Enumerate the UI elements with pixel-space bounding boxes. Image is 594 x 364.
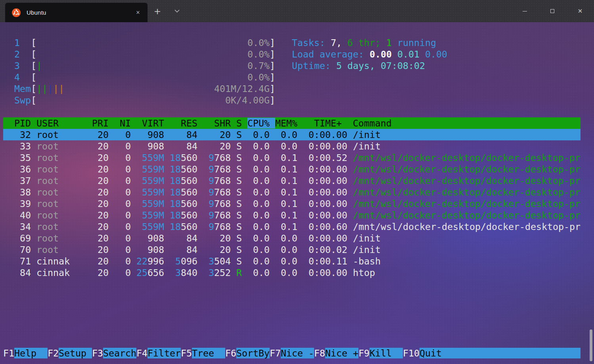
process-row-32[interactable]: 32 root 20 0 908 84 20 S 0.0 0.0 0:00.00… [3, 129, 581, 140]
fkey-F8-label[interactable]: Nice + [325, 348, 358, 358]
fkey-F1[interactable]: F1 [3, 348, 14, 358]
title-bar[interactable]: Ubuntu ✕ + ✕ [0, 0, 594, 22]
terminal-window: Ubuntu ✕ + ✕ 1 [ 0.0%] 2 [ 0.0%] [0, 0, 594, 364]
table-header[interactable]: PID USER PRI NI VIRT RES SHR S CPU% MEM%… [3, 117, 581, 129]
process-row-38[interactable]: 38 root 20 0 559M 18560 9768 S 0.0 0.1 0… [3, 186, 581, 198]
process-row-71[interactable]: 71 cinnak 20 0 22996 5096 3504 S 0.0 0.0… [3, 255, 381, 267]
process-row-69[interactable]: 69 root 20 0 908 84 20 S 0.0 0.0 0:00.00… [3, 232, 381, 244]
cpu4-meter: 4 [ 0.0%] [3, 71, 275, 83]
htop-screen: 1 [ 0.0%] 2 [ 0.0%] 3 [| 0.7%] 4 [ 0.0%]… [3, 37, 581, 359]
fkey-F6-label[interactable]: SortBy [236, 348, 270, 358]
load-average: Load average: 0.00 0.01 0.00 [292, 48, 447, 60]
process-row-35[interactable]: 35 root 20 0 559M 18560 9768 S 0.0 0.1 0… [3, 152, 581, 163]
new-tab-button[interactable]: + [151, 4, 164, 18]
cpu3-meter: 3 [| 0.7%] [3, 60, 275, 71]
process-row-84[interactable]: 84 cinnak 20 0 25656 3840 3252 R 0.0 0.0… [3, 267, 375, 278]
swap-meter: Swp[ 0K/4.00G] [3, 94, 275, 106]
fkey-F2[interactable]: F2 [48, 348, 59, 358]
fkey-F4-label[interactable]: Filter [148, 348, 181, 358]
uptime: Uptime: 5 days, 07:08:02 [292, 60, 425, 71]
fkey-F5-label[interactable]: Tree [192, 348, 225, 358]
fkey-F2-label[interactable]: Setup [59, 348, 92, 358]
close-tab-icon[interactable]: ✕ [133, 8, 143, 17]
minimize-button[interactable] [511, 0, 538, 22]
terminal-content[interactable]: 1 [ 0.0%] 2 [ 0.0%] 3 [| 0.7%] 4 [ 0.0%]… [0, 22, 594, 364]
fkey-F6[interactable]: F6 [225, 348, 236, 358]
fkey-F9-label[interactable]: Kill [370, 348, 403, 358]
maximize-icon [550, 9, 554, 13]
close-button[interactable]: ✕ [566, 0, 594, 22]
fkey-F5[interactable]: F5 [181, 348, 192, 358]
scrollbar-thumb[interactable] [590, 330, 592, 361]
memory-meter: Mem[||||| 401M/12.4G] [3, 83, 275, 94]
function-key-bar[interactable]: F1Help F2Setup F3SearchF4FilterF5Tree F6… [3, 347, 581, 359]
maximize-button[interactable] [538, 0, 566, 22]
fkey-F9[interactable]: F9 [358, 348, 370, 358]
fkey-F7[interactable]: F7 [270, 348, 281, 358]
process-row-33[interactable]: 33 root 20 0 908 84 20 S 0.0 0.0 0:00.00… [3, 140, 381, 152]
fkey-F7-label[interactable]: Nice - [281, 348, 314, 358]
fkey-F1-label[interactable]: Help [14, 348, 48, 358]
process-row-70[interactable]: 70 root 20 0 908 84 20 S 0.0 0.0 0:00.02… [3, 244, 381, 255]
process-row-37[interactable]: 37 root 20 0 559M 18560 9768 S 0.0 0.1 0… [3, 175, 581, 186]
fkey-F3[interactable]: F3 [92, 348, 103, 358]
process-row-40[interactable]: 40 root 20 0 559M 18560 9768 S 0.0 0.1 0… [3, 209, 581, 221]
tab-title: Ubuntu [27, 9, 133, 16]
chevron-down-icon [174, 10, 180, 13]
fkey-F10-label[interactable]: Quit [420, 348, 581, 358]
tab-ubuntu[interactable]: Ubuntu ✕ [5, 3, 148, 22]
sort-column-cpu[interactable]: CPU% [247, 118, 275, 128]
process-row-39[interactable]: 39 root 20 0 559M 18560 9768 S 0.0 0.1 0… [3, 198, 581, 209]
tasks-summary: Tasks: 7, 6 thr; 1 running [292, 37, 436, 48]
tab-dropdown-button[interactable] [170, 4, 184, 18]
fkey-F8[interactable]: F8 [314, 348, 325, 358]
fkey-F10[interactable]: F10 [403, 348, 420, 358]
window-controls: ✕ [511, 0, 594, 22]
fkey-F3-label[interactable]: Search [103, 348, 136, 358]
fkey-F4[interactable]: F4 [136, 348, 148, 358]
cpu2-meter: 2 [ 0.0%] [3, 48, 275, 60]
process-row-36[interactable]: 36 root 20 0 559M 18560 9768 S 0.0 0.1 0… [3, 163, 581, 175]
cpu1-meter: 1 [ 0.0%] [3, 37, 275, 48]
minimize-icon [523, 11, 527, 11]
ubuntu-logo-icon [12, 8, 21, 17]
process-row-34[interactable]: 34 root 20 0 559M 18560 9768 S 0.0 0.1 0… [3, 221, 581, 232]
